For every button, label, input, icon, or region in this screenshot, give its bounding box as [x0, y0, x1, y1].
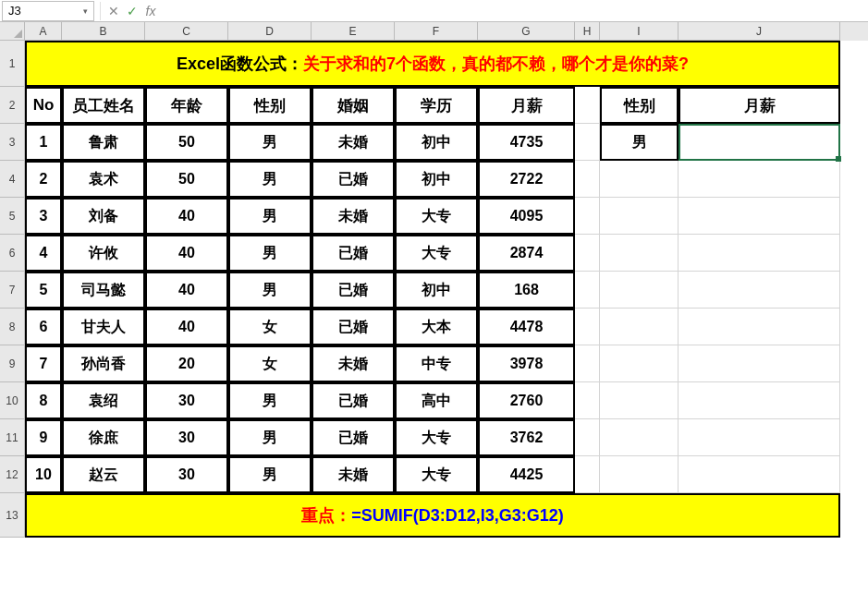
- cell-G3[interactable]: 4735: [478, 124, 575, 161]
- cell-G6[interactable]: 2874: [478, 235, 575, 272]
- cell-A10[interactable]: 8: [25, 382, 62, 419]
- row-header-4[interactable]: 4: [0, 161, 25, 198]
- cell-H4[interactable]: [575, 161, 600, 198]
- cell-I11[interactable]: [600, 419, 679, 456]
- cell-C11[interactable]: 30: [145, 419, 228, 456]
- cell-H12[interactable]: [575, 456, 600, 493]
- cell-A4[interactable]: 2: [25, 161, 62, 198]
- formula-input[interactable]: [160, 1, 868, 21]
- cell-A2[interactable]: No: [25, 87, 62, 124]
- cell-E3[interactable]: 未婚: [312, 124, 395, 161]
- cell-J2[interactable]: 月薪: [679, 87, 840, 124]
- cell-I6[interactable]: [600, 235, 679, 272]
- cell-H6[interactable]: [575, 235, 600, 272]
- cell-B5[interactable]: 刘备: [62, 198, 145, 235]
- cell-I10[interactable]: [600, 382, 679, 419]
- col-header-E[interactable]: E: [312, 22, 395, 41]
- row-header-2[interactable]: 2: [0, 87, 25, 124]
- cell-E5[interactable]: 未婚: [312, 198, 395, 235]
- cell-B4[interactable]: 袁术: [62, 161, 145, 198]
- row-header-5[interactable]: 5: [0, 198, 25, 235]
- col-header-H[interactable]: H: [575, 22, 600, 41]
- row-header-9[interactable]: 9: [0, 345, 25, 382]
- row-header-3[interactable]: 3: [0, 124, 25, 161]
- formula-cell[interactable]: 重点： =SUMIF(D3:D12,I3,G3:G12): [25, 493, 840, 538]
- cell-H7[interactable]: [575, 272, 600, 309]
- cell-A8[interactable]: 6: [25, 309, 62, 345]
- cell-I2[interactable]: 性别: [600, 87, 679, 124]
- cancel-icon[interactable]: ✕: [104, 2, 123, 20]
- cell-A5[interactable]: 3: [25, 198, 62, 235]
- cell-A12[interactable]: 10: [25, 456, 62, 493]
- cell-A7[interactable]: 5: [25, 272, 62, 309]
- cell-E2[interactable]: 婚姻: [312, 87, 395, 124]
- cell-A3[interactable]: 1: [25, 124, 62, 161]
- cell-C12[interactable]: 30: [145, 456, 228, 493]
- cell-D11[interactable]: 男: [228, 419, 312, 456]
- cell-H8[interactable]: [575, 309, 600, 345]
- cell-G8[interactable]: 4478: [478, 309, 575, 345]
- cell-I8[interactable]: [600, 309, 679, 345]
- row-header-10[interactable]: 10: [0, 382, 25, 419]
- cell-J10[interactable]: [679, 382, 840, 419]
- cell-B2[interactable]: 员工姓名: [62, 87, 145, 124]
- cell-I3[interactable]: 男: [600, 124, 679, 161]
- cell-B7[interactable]: 司马懿: [62, 272, 145, 309]
- col-header-A[interactable]: A: [25, 22, 62, 41]
- cell-A9[interactable]: 7: [25, 345, 62, 382]
- cell-C6[interactable]: 40: [145, 235, 228, 272]
- cell-C8[interactable]: 40: [145, 309, 228, 345]
- col-header-J[interactable]: J: [679, 22, 840, 41]
- row-header-6[interactable]: 6: [0, 235, 25, 272]
- cell-I7[interactable]: [600, 272, 679, 309]
- cell-E4[interactable]: 已婚: [312, 161, 395, 198]
- cell-B10[interactable]: 袁绍: [62, 382, 145, 419]
- cell-C9[interactable]: 20: [145, 345, 228, 382]
- enter-icon[interactable]: ✓: [123, 2, 141, 20]
- cell-D3[interactable]: 男: [228, 124, 312, 161]
- cell-F9[interactable]: 中专: [395, 345, 478, 382]
- cell-J9[interactable]: [679, 345, 840, 382]
- col-header-C[interactable]: C: [145, 22, 228, 41]
- cell-C3[interactable]: 50: [145, 124, 228, 161]
- col-header-F[interactable]: F: [395, 22, 478, 41]
- cell-C10[interactable]: 30: [145, 382, 228, 419]
- col-header-D[interactable]: D: [228, 22, 312, 41]
- cell-A6[interactable]: 4: [25, 235, 62, 272]
- cell-C5[interactable]: 40: [145, 198, 228, 235]
- cell-D9[interactable]: 女: [228, 345, 312, 382]
- row-header-7[interactable]: 7: [0, 272, 25, 309]
- cell-J4[interactable]: [679, 161, 840, 198]
- name-box[interactable]: J3 ▾: [2, 1, 94, 21]
- title-cell[interactable]: Excel函数公式： 关于求和的7个函数，真的都不赖，哪个才是你的菜?: [25, 41, 840, 87]
- col-header-G[interactable]: G: [478, 22, 575, 41]
- cell-G9[interactable]: 3978: [478, 345, 575, 382]
- cell-F5[interactable]: 大专: [395, 198, 478, 235]
- cell-D2[interactable]: 性别: [228, 87, 312, 124]
- cell-J6[interactable]: [679, 235, 840, 272]
- cell-H9[interactable]: [575, 345, 600, 382]
- cell-G4[interactable]: 2722: [478, 161, 575, 198]
- fx-icon[interactable]: fx: [141, 2, 160, 20]
- cell-D7[interactable]: 男: [228, 272, 312, 309]
- cell-I5[interactable]: [600, 198, 679, 235]
- cell-J3[interactable]: [679, 124, 840, 161]
- cell-F6[interactable]: 大专: [395, 235, 478, 272]
- cell-G7[interactable]: 168: [478, 272, 575, 309]
- row-header-11[interactable]: 11: [0, 419, 25, 456]
- cell-F12[interactable]: 大专: [395, 456, 478, 493]
- row-header-12[interactable]: 12: [0, 456, 25, 493]
- cell-J5[interactable]: [679, 198, 840, 235]
- cell-E8[interactable]: 已婚: [312, 309, 395, 345]
- cell-C4[interactable]: 50: [145, 161, 228, 198]
- cell-G11[interactable]: 3762: [478, 419, 575, 456]
- cell-E6[interactable]: 已婚: [312, 235, 395, 272]
- cell-G2[interactable]: 月薪: [478, 87, 575, 124]
- cell-G12[interactable]: 4425: [478, 456, 575, 493]
- cell-F4[interactable]: 初中: [395, 161, 478, 198]
- cell-J12[interactable]: [679, 456, 840, 493]
- cell-D4[interactable]: 男: [228, 161, 312, 198]
- row-header-13[interactable]: 13: [0, 493, 25, 538]
- cell-B3[interactable]: 鲁肃: [62, 124, 145, 161]
- cell-I9[interactable]: [600, 345, 679, 382]
